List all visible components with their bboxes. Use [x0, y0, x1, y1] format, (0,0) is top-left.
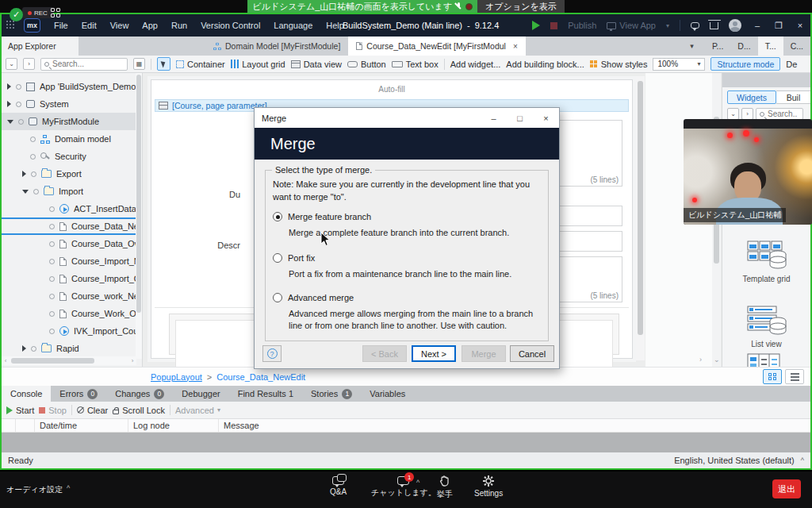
dock-tab-properties[interactable]: P...	[705, 37, 730, 56]
design-mode-button[interactable]: De	[786, 60, 797, 69]
toolbox-item-template-grid[interactable]: Template grid	[722, 240, 810, 283]
grid-overlay-icon[interactable]	[51, 8, 61, 18]
feedback-icon[interactable]	[691, 22, 699, 29]
window-restore-button[interactable]: ❐	[773, 21, 784, 31]
run-app-button[interactable]	[532, 21, 540, 30]
tab-domain-model[interactable]: Domain Model [MyFirstModule]	[205, 37, 348, 56]
toolbox-search[interactable]	[756, 108, 803, 120]
view-app-button[interactable]: View App	[607, 21, 656, 30]
toolbox-collapse-button[interactable]: ⌄	[727, 108, 739, 120]
select-tool-button[interactable]	[157, 57, 170, 71]
tab-debugger[interactable]: Debugger	[173, 386, 228, 402]
add-widget-button[interactable]: Add widget...	[450, 60, 501, 69]
raise-hand-button[interactable]: 挙手	[437, 475, 453, 500]
tree-item-course-work-overview[interactable]: Course_Work_Over	[2, 305, 142, 322]
tree-item-domain-model[interactable]: Domain model	[2, 130, 142, 148]
window-minimize-button[interactable]: –	[752, 21, 763, 30]
tab-find-results[interactable]: Find Results 1	[229, 386, 302, 402]
breadcrumb-popuplayout-link[interactable]: PopupLayout	[151, 372, 202, 382]
console-start-button[interactable]: Start	[6, 406, 34, 415]
collapse-all-button[interactable]: ⌄	[6, 58, 17, 70]
tree-item-ivk-import-course[interactable]: IVK_Import_Course	[2, 322, 142, 340]
insert-container-button[interactable]: Container	[176, 60, 225, 69]
option-advanced-merge[interactable]: Advanced merge Advanced merge allows mer…	[273, 293, 541, 333]
audio-settings-button[interactable]: オーディオ設定 ^	[6, 484, 70, 495]
add-building-block-button[interactable]: Add building block...	[506, 60, 584, 69]
stop-app-button[interactable]	[550, 22, 557, 29]
tab-variables[interactable]: Variables	[361, 386, 414, 402]
marketplace-cart-icon[interactable]	[710, 22, 718, 29]
close-tab-icon[interactable]: ×	[513, 42, 518, 51]
tree-item-myfirstmodule[interactable]: MyFirstModule	[2, 113, 142, 130]
radio-selected-icon[interactable]	[273, 212, 282, 221]
app-grid-icon[interactable]	[6, 21, 16, 30]
tree-item-rapid[interactable]: Rapid	[2, 340, 142, 357]
annotation-check-icon[interactable]: ✓	[10, 8, 23, 21]
structure-mode-button[interactable]: Structure mode	[710, 57, 780, 71]
chat-button[interactable]: 1 ^ チャットします。	[371, 476, 436, 498]
tree-item-course-import-new[interactable]: Course_Import_Ne	[2, 252, 142, 270]
window-close-button[interactable]: ×	[795, 21, 806, 30]
view-app-dropdown[interactable]: ▾	[666, 22, 669, 29]
column-message[interactable]: Message	[219, 419, 810, 432]
tree-item-app[interactable]: App 'BuildSystem_Demo'	[2, 78, 142, 95]
console-clear-button[interactable]: Clear	[77, 406, 108, 415]
tab-console[interactable]: Console	[2, 386, 51, 402]
insert-button-button[interactable]: Button	[347, 60, 386, 69]
menu-file[interactable]: File	[54, 21, 68, 30]
status-language[interactable]: English, United States (default)	[674, 456, 795, 465]
help-button[interactable]: ?	[262, 345, 282, 362]
insert-layout-grid-button[interactable]: Layout grid	[231, 60, 285, 69]
tree-item-import[interactable]: Import	[2, 183, 142, 200]
tab-list-dropdown[interactable]: ▾	[690, 42, 694, 50]
tree-item-security[interactable]: Security	[2, 148, 142, 165]
dialog-titlebar[interactable]: Merge – □ ×	[255, 108, 559, 128]
publish-button[interactable]: Publish	[568, 21, 596, 30]
tree-item-course-work-new[interactable]: Course_work_Newl	[2, 287, 142, 305]
dock-tab-d[interactable]: D...	[730, 37, 757, 56]
tree-item-course-import-ov[interactable]: Course_Import_Ow	[2, 270, 142, 287]
console-advanced-button[interactable]: Advanced ▾	[175, 406, 220, 415]
console-scroll-lock-button[interactable]: Scroll Lock	[113, 406, 165, 415]
explorer-search[interactable]	[40, 58, 128, 71]
tab-course-data-newedit[interactable]: Course_Data_NewEdit [MyFirstModul ×	[348, 37, 526, 56]
toolbox-building-blocks-tab[interactable]: Buil	[776, 90, 810, 104]
show-options-button[interactable]: オプションを表示	[477, 0, 565, 13]
chevron-up-icon[interactable]: ^	[801, 456, 804, 464]
insert-text-box-button[interactable]: Text box	[392, 60, 439, 69]
console-log-area[interactable]	[2, 433, 810, 452]
toolbox-widgets-tab[interactable]: Widgets	[727, 90, 776, 104]
webcam-video[interactable]: ビルドシステム_山口祐輔	[684, 119, 812, 225]
radio-icon[interactable]	[273, 253, 282, 263]
toolbox-item-list-view[interactable]: List view	[722, 305, 810, 348]
leave-button[interactable]: 退出	[772, 479, 801, 498]
radio-icon[interactable]	[273, 293, 282, 302]
column-lognode[interactable]: Log node	[128, 419, 219, 432]
settings-button[interactable]: Settings	[474, 475, 503, 498]
dialog-maximize-button[interactable]: □	[507, 108, 533, 128]
toolbox-item-data-grid[interactable]	[722, 352, 810, 367]
menu-view[interactable]: View	[110, 21, 129, 30]
column-datetime[interactable]: Date/time	[35, 419, 128, 432]
menu-version-control[interactable]: Version Control	[201, 21, 260, 30]
cancel-button[interactable]: Cancel	[510, 345, 554, 362]
grid-view-button[interactable]: ▦	[133, 58, 145, 70]
console-stop-button[interactable]: Stop	[39, 406, 67, 415]
tree-item-export[interactable]: Export	[2, 165, 142, 183]
dialog-minimize-button[interactable]: –	[481, 108, 507, 128]
menu-edit[interactable]: Edit	[82, 21, 97, 30]
scroll-right-icon[interactable]: ›	[699, 356, 702, 364]
menu-run[interactable]: Run	[171, 21, 187, 30]
search-input[interactable]	[52, 60, 124, 68]
user-avatar[interactable]	[729, 19, 741, 32]
menu-help[interactable]: Help	[326, 21, 344, 30]
tab-app-explorer[interactable]: App Explorer	[2, 37, 79, 56]
dock-list-view-button[interactable]	[785, 369, 804, 384]
next-button[interactable]: Next >	[412, 345, 456, 362]
tree-item-act-insertdata[interactable]: ACT_InsertDataFro	[2, 200, 142, 217]
toolbox-expand-button[interactable]: ›	[741, 108, 753, 120]
tree-item-course-data-newedit[interactable]: Course_Data_NewE	[2, 217, 142, 235]
zoom-level-select[interactable]: 100%▾	[653, 58, 705, 71]
chevron-up-icon[interactable]: ^	[416, 479, 419, 487]
canvas-vertical-scrollbar[interactable]	[636, 76, 645, 360]
